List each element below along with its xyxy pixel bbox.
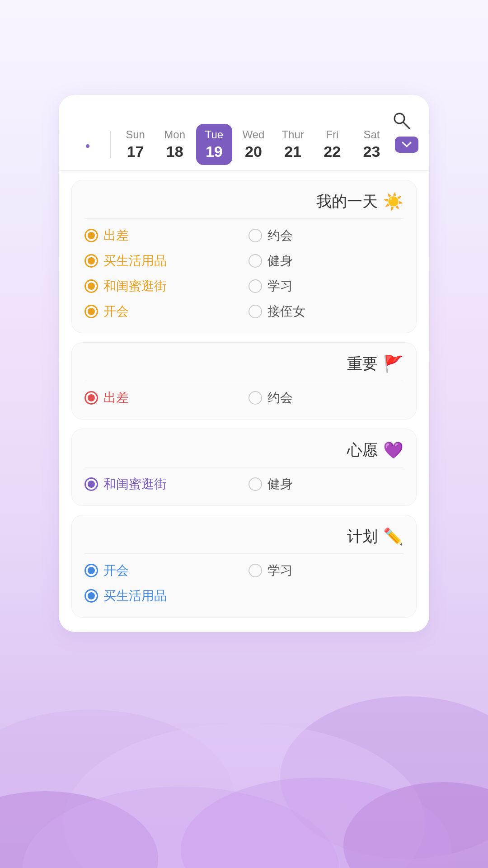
- task-label: 出差: [103, 227, 129, 244]
- task-label: 约会: [267, 389, 293, 406]
- task-label: 学习: [267, 278, 293, 295]
- day-cell-mon[interactable]: Mon18: [157, 124, 193, 165]
- svg-point-3: [0, 791, 158, 868]
- week-divider: [110, 131, 111, 158]
- task-item[interactable]: 开会: [84, 562, 239, 579]
- search-icon[interactable]: [391, 110, 411, 130]
- task-radio[interactable]: [249, 305, 262, 318]
- task-label: 和闺蜜逛街: [103, 278, 167, 295]
- section-header-wish: 心愿💜: [84, 440, 404, 467]
- task-item[interactable]: 健身: [249, 252, 404, 269]
- task-item[interactable]: 买生活用品: [84, 252, 239, 269]
- task-radio[interactable]: [84, 279, 98, 293]
- day-name: Tue: [205, 128, 223, 141]
- task-radio[interactable]: [249, 229, 262, 242]
- task-radio[interactable]: [84, 564, 98, 577]
- task-label: 和闺蜜逛街: [103, 476, 167, 493]
- month-label: [70, 142, 106, 148]
- sections-wrapper: 我的一天☀️出差约会买生活用品健身和闺蜜逛街学习开会接侄女重要🚩出差约会心愿💜和…: [59, 171, 429, 632]
- day-number: 22: [324, 143, 341, 160]
- week-days: Sun17Mon18Tue19Wed20Thur21Fri22Sat23: [116, 124, 391, 165]
- day-cell-wed[interactable]: Wed20: [235, 124, 272, 165]
- svg-point-4: [343, 782, 488, 868]
- task-label: 接侄女: [267, 303, 305, 320]
- section-icon-important: 🚩: [383, 354, 404, 373]
- section-important: 重要🚩出差约会: [71, 342, 417, 420]
- task-grid-plan: 开会学习买生活用品: [84, 562, 404, 604]
- task-radio[interactable]: [84, 254, 98, 268]
- task-label: 健身: [267, 476, 293, 493]
- task-radio[interactable]: [249, 477, 262, 491]
- task-radio[interactable]: [84, 391, 98, 405]
- day-number: 21: [284, 143, 301, 160]
- task-item[interactable]: 约会: [249, 389, 404, 406]
- task-radio[interactable]: [249, 391, 262, 405]
- task-item[interactable]: 健身: [249, 476, 404, 493]
- section-title-wish: 心愿: [347, 440, 378, 461]
- dropdown-button[interactable]: [395, 137, 418, 153]
- task-radio[interactable]: [84, 589, 98, 603]
- day-name: Sat: [363, 128, 380, 141]
- day-name: Wed: [243, 128, 265, 141]
- day-cell-sat[interactable]: Sat23: [353, 124, 389, 165]
- task-item[interactable]: 和闺蜜逛街: [84, 278, 239, 295]
- task-item[interactable]: 开会: [84, 303, 239, 320]
- day-name: Thur: [282, 128, 304, 141]
- day-number: 18: [166, 143, 183, 160]
- task-item[interactable]: 买生活用品: [84, 587, 239, 604]
- task-radio[interactable]: [249, 564, 262, 577]
- section-wish: 心愿💜和闺蜜逛街健身: [71, 429, 417, 506]
- task-grid-my-day: 出差约会买生活用品健身和闺蜜逛街学习开会接侄女: [84, 227, 404, 320]
- day-name: Fri: [326, 128, 338, 141]
- task-item[interactable]: 接侄女: [249, 303, 404, 320]
- task-item[interactable]: 出差: [84, 389, 239, 406]
- task-label: 开会: [103, 562, 129, 579]
- day-number: 17: [127, 143, 144, 160]
- section-plan: 计划✏️开会学习买生活用品: [71, 515, 417, 618]
- main-card: Sun17Mon18Tue19Wed20Thur21Fri22Sat23 我的一…: [59, 95, 429, 632]
- svg-point-7: [394, 113, 404, 123]
- task-radio[interactable]: [84, 305, 98, 318]
- task-item[interactable]: 学习: [249, 562, 404, 579]
- task-item[interactable]: 约会: [249, 227, 404, 244]
- task-radio[interactable]: [84, 229, 98, 242]
- section-title-plan: 计划: [347, 526, 378, 547]
- task-item[interactable]: 出差: [84, 227, 239, 244]
- task-label: 约会: [267, 227, 293, 244]
- day-cell-tue[interactable]: Tue19: [196, 124, 232, 165]
- section-header-my-day: 我的一天☀️: [84, 191, 404, 219]
- section-title-important: 重要: [347, 354, 378, 374]
- task-item[interactable]: 和闺蜜逛街: [84, 476, 239, 493]
- section-header-important: 重要🚩: [84, 354, 404, 381]
- svg-point-1: [280, 696, 488, 859]
- svg-point-2: [63, 723, 425, 868]
- svg-point-5: [23, 787, 339, 868]
- day-number: 19: [206, 143, 223, 160]
- task-label: 开会: [103, 303, 129, 320]
- task-radio[interactable]: [249, 279, 262, 293]
- svg-line-8: [404, 123, 409, 128]
- task-radio[interactable]: [249, 254, 262, 268]
- section-icon-plan: ✏️: [383, 527, 404, 546]
- task-radio[interactable]: [84, 477, 98, 491]
- day-name: Mon: [164, 128, 185, 141]
- section-title-my-day: 我的一天: [316, 191, 378, 212]
- task-label: 买生活用品: [103, 587, 167, 604]
- svg-point-0: [0, 710, 235, 868]
- task-label: 买生活用品: [103, 252, 167, 269]
- task-item[interactable]: 学习: [249, 278, 404, 295]
- day-name: Sun: [126, 128, 145, 141]
- day-number: 23: [363, 143, 380, 160]
- svg-point-6: [181, 778, 452, 868]
- task-label: 出差: [103, 389, 129, 406]
- task-grid-important: 出差约会: [84, 389, 404, 406]
- month-dot: [86, 144, 89, 148]
- day-number: 20: [245, 143, 262, 160]
- section-icon-wish: 💜: [383, 441, 404, 460]
- day-cell-sun[interactable]: Sun17: [117, 124, 154, 165]
- day-cell-thur[interactable]: Thur21: [275, 124, 311, 165]
- week-strip: Sun17Mon18Tue19Wed20Thur21Fri22Sat23: [59, 111, 429, 171]
- day-cell-fri[interactable]: Fri22: [314, 124, 350, 165]
- task-label: 学习: [267, 562, 293, 579]
- task-label: 健身: [267, 252, 293, 269]
